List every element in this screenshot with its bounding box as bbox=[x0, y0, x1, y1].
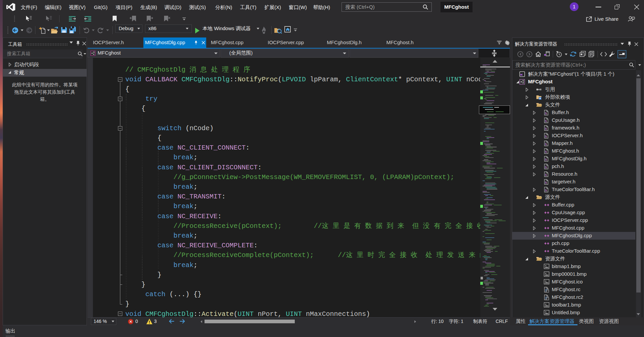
svg-text:h: h bbox=[545, 135, 547, 138]
svg-text:h: h bbox=[545, 143, 547, 146]
svg-text:h: h bbox=[545, 166, 547, 169]
svg-text:h: h bbox=[545, 173, 547, 177]
svg-text:h: h bbox=[545, 189, 547, 192]
svg-text:h: h bbox=[545, 127, 547, 131]
svg-text:h: h bbox=[545, 119, 547, 123]
svg-text:h: h bbox=[545, 158, 547, 161]
svg-text:h: h bbox=[545, 112, 547, 115]
svg-text:h: h bbox=[545, 181, 547, 184]
svg-text:h: h bbox=[545, 150, 547, 154]
